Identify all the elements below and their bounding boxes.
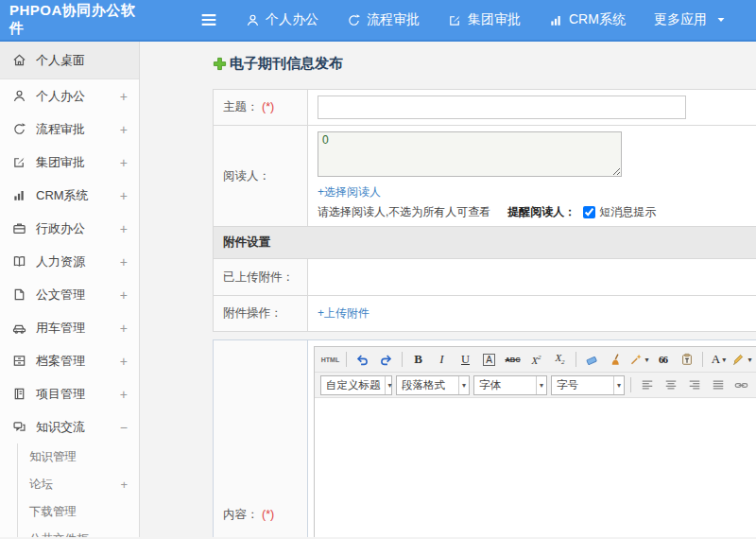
sidebar-item-personal-desktop[interactable]: 个人桌面 — [0, 42, 139, 79]
align-justify-icon — [712, 378, 725, 391]
expand-toggle[interactable]: + — [120, 89, 128, 104]
hamburger-icon[interactable] — [197, 9, 221, 30]
subject-label: 主题： — [223, 100, 259, 113]
required-mark: (*) — [262, 508, 274, 521]
sidebar-item-label: 项目管理 — [36, 386, 85, 403]
operations-row: 附件操作： +上传附件 — [214, 296, 756, 332]
nav-item-personal-office[interactable]: 个人办公 — [246, 11, 318, 28]
readers-input-cell: 0 +选择阅读人 请选择阅读人,不选为所有人可查看 提醒阅读人： 短消息提示 — [308, 126, 756, 227]
html-source-button[interactable]: HTML — [319, 349, 341, 370]
sidebar-item-knowledge-exchange[interactable]: 知识交流− — [0, 410, 139, 443]
paste-text-icon — [680, 353, 694, 366]
caret-down-icon: ▾ — [385, 376, 395, 394]
expand-toggle[interactable]: − — [120, 420, 128, 435]
sidebar-item-workflow-approval[interactable]: 流程审批+ — [0, 113, 139, 146]
font-size-select[interactable]: 字号▾ — [551, 375, 625, 395]
sidebar-item-document-management[interactable]: 公文管理+ — [0, 278, 139, 311]
link-icon — [734, 378, 748, 392]
highlight-button[interactable]: ▾ — [731, 349, 753, 370]
nav-item-group-approval[interactable]: 集团审批 — [448, 11, 521, 28]
align-center-button[interactable] — [660, 374, 681, 395]
expand-toggle[interactable]: + — [120, 287, 128, 303]
bold-button[interactable]: B — [407, 349, 429, 370]
sidebar-subitem-public-file-cabinet[interactable]: 公共文件柜 — [18, 526, 139, 537]
expand-toggle[interactable]: + — [120, 188, 128, 203]
clean-format-button[interactable] — [605, 349, 627, 370]
uploaded-row: 已上传附件： — [214, 259, 756, 296]
sidebar-item-group-approval[interactable]: 集团审批+ — [0, 146, 139, 179]
editor-content[interactable] — [315, 398, 756, 537]
font-family-select[interactable]: 字体▾ — [473, 375, 547, 395]
align-left-button[interactable] — [636, 374, 658, 395]
underline-button[interactable]: U — [455, 349, 476, 370]
readers-textarea[interactable]: 0 — [318, 131, 622, 177]
layout: 个人桌面个人办公+流程审批+集团审批+CRM系统+行政办公+人力资源+公文管理+… — [0, 42, 756, 537]
italic-button[interactable]: I — [431, 349, 453, 370]
nav-item-label: CRM系统 — [569, 11, 626, 28]
editor-cell: HTMLBIUAABCX2X2▾66A▾▾123▾▾ 自定义标题▾段落格式▾字体… — [308, 340, 756, 538]
content-form: 内容： (*) HTMLBIUAABCX2X2▾66A▾▾123▾▾ 自定义标题… — [213, 339, 756, 537]
sidebar-subitem-label: 下载管理 — [29, 504, 77, 520]
autoformat-button[interactable]: ▾ — [628, 349, 650, 370]
flow-icon — [347, 13, 361, 27]
sidebar-item-label: 人力资源 — [36, 253, 85, 270]
expand-toggle[interactable]: + — [120, 354, 128, 369]
expand-toggle[interactable]: + — [120, 254, 128, 270]
sidebar-subitem-forum[interactable]: 论坛+ — [18, 471, 139, 498]
sidebar-subitem-knowledge-management[interactable]: 知识管理 — [18, 443, 139, 471]
upload-attachment-link[interactable]: +上传附件 — [318, 305, 369, 322]
expand-toggle[interactable]: + — [120, 155, 128, 170]
eraser-button[interactable] — [581, 349, 603, 370]
book-icon — [11, 254, 27, 269]
expand-toggle[interactable]: + — [120, 387, 128, 402]
edit-square-icon — [448, 13, 462, 27]
sidebar-item-vehicle-management[interactable]: 用车管理+ — [0, 311, 139, 344]
subject-input-cell — [308, 90, 756, 126]
sidebar-item-personal-office[interactable]: 个人办公+ — [0, 79, 139, 113]
font-color-button[interactable]: A▾ — [708, 349, 730, 370]
toolbar-separator — [402, 352, 403, 367]
link-button[interactable] — [730, 374, 752, 395]
nav-item-more-apps[interactable]: 更多应用 — [654, 11, 726, 28]
sidebar-item-crm-system[interactable]: CRM系统+ — [0, 179, 139, 212]
subscript-button[interactable]: X2 — [549, 349, 571, 370]
caret-down-icon: ▾ — [747, 356, 751, 364]
strikethrough-button[interactable]: ABC — [502, 349, 524, 370]
sidebar-item-project-management[interactable]: 项目管理+ — [0, 377, 139, 410]
select-readers-link[interactable]: +选择阅读人 — [318, 184, 381, 200]
expand-toggle[interactable]: + — [120, 221, 128, 236]
align-justify-button[interactable] — [707, 374, 729, 395]
top-nav: 个人办公流程审批集团审批CRM系统更多应用 — [246, 11, 754, 28]
uploaded-label-cell: 已上传附件： — [214, 259, 308, 296]
nav-item-label: 更多应用 — [654, 11, 707, 28]
font-border-button[interactable]: A — [478, 349, 500, 370]
attachment-section-row: 附件设置 — [214, 227, 756, 259]
align-right-button[interactable] — [683, 374, 705, 395]
superscript-button[interactable]: X2 — [525, 349, 547, 370]
sidebar-submenu: 知识管理论坛+下载管理公共文件柜 — [17, 443, 139, 537]
expand-toggle[interactable]: + — [120, 321, 128, 336]
paragraph-select[interactable]: 段落格式▾ — [396, 375, 470, 395]
heading-select[interactable]: 自定义标题▾ — [320, 375, 392, 395]
align-left-icon — [641, 378, 654, 391]
nav-item-workflow-approval[interactable]: 流程审批 — [347, 11, 420, 28]
align-center-icon — [664, 378, 678, 391]
sidebar-item-admin-office[interactable]: 行政办公+ — [0, 212, 139, 245]
nav-item-crm-system[interactable]: CRM系统 — [549, 11, 626, 28]
flow-icon — [11, 122, 27, 136]
user-icon — [11, 89, 27, 103]
sidebar-item-archive-management[interactable]: 档案管理+ — [0, 344, 139, 377]
paste-text-button[interactable] — [676, 349, 697, 370]
readers-hint: 请选择阅读人,不选为所有人可查看 — [318, 204, 490, 220]
sms-remind-checkbox[interactable] — [583, 206, 595, 218]
blockquote-button[interactable]: 66 — [652, 349, 674, 370]
redo-icon — [379, 353, 393, 367]
sidebar-subitem-download-management[interactable]: 下载管理 — [18, 498, 139, 526]
expand-toggle[interactable]: + — [120, 122, 128, 137]
undo-button[interactable] — [352, 349, 373, 370]
nav-item-label: 个人办公 — [266, 11, 318, 28]
expand-toggle[interactable]: + — [120, 478, 128, 492]
subject-input[interactable] — [318, 96, 686, 119]
redo-button[interactable] — [375, 349, 397, 370]
sidebar-item-human-resources[interactable]: 人力资源+ — [0, 245, 139, 278]
